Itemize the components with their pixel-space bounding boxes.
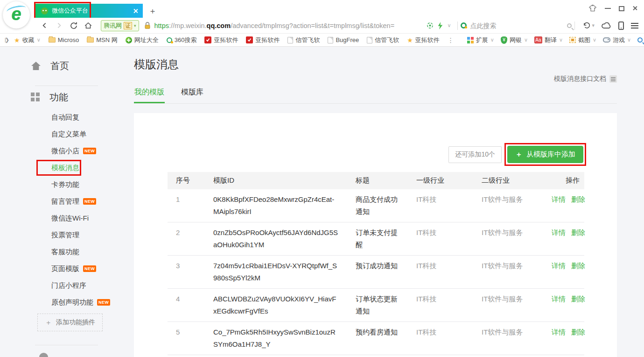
bookmark-yatuo-star[interactable]: ★ 亚拓软件 <box>407 36 440 44</box>
games-menu[interactable]: 游戏 ∨ <box>603 36 631 44</box>
detail-link[interactable]: 详情 <box>552 195 566 203</box>
minimize-button[interactable] <box>605 8 611 9</box>
bookmark-nav-site[interactable]: 网址大全 <box>126 36 159 44</box>
omnibox-search[interactable] <box>461 22 572 29</box>
row-title: 订单未支付提醒 <box>347 222 408 256</box>
sidebar-item-auto-reply[interactable]: 自动回复 <box>0 109 133 126</box>
row-industry1: IT科技 <box>408 222 473 256</box>
bookmark-xinguanfei-2[interactable]: 信管飞软 <box>367 36 399 44</box>
browser-logo[interactable]: e <box>3 1 30 29</box>
star-icon: ★ <box>407 37 413 43</box>
table-row: 2 0znZb5OsPRoOkAyctf56JAYd6NdJG5SaOHuk0G… <box>168 222 584 256</box>
refresh-button[interactable] <box>66 21 81 30</box>
translate-menu[interactable]: Aa 翻译 ∨ <box>534 36 563 44</box>
ebank-menu[interactable]: ¥ 网银 ∨ <box>501 36 528 44</box>
login-manager-menu[interactable]: 登录管家 <box>637 36 644 44</box>
sidebar-item-template-message[interactable]: 模板消息 <box>0 159 133 176</box>
row-industry1: IT科技 <box>408 322 473 355</box>
sidebar-item-home[interactable]: 首页 <box>31 59 133 73</box>
sidebar-expand-icon[interactable]: |❯ <box>5 37 8 43</box>
sidebar-item-comment-manage[interactable]: 留言管理NEW <box>0 193 133 210</box>
theme-skin-icon[interactable] <box>588 5 597 12</box>
search-input[interactable] <box>470 22 564 29</box>
favorites-menu[interactable]: ★ 收藏 ∨ <box>14 36 41 44</box>
sidebar-item-label: 微信连Wi-Fi <box>51 214 89 223</box>
add-from-library-button[interactable]: ＋ 从模版库中添加 <box>507 146 583 163</box>
menu-button[interactable] <box>631 23 638 29</box>
bookmark-folder-microso[interactable]: Microso <box>49 36 79 43</box>
window-close-button[interactable] <box>632 6 638 12</box>
tab-my-templates[interactable]: 我的模版 <box>134 87 165 103</box>
detail-link[interactable]: 详情 <box>552 228 566 236</box>
tab-close-icon[interactable] <box>133 8 138 14</box>
url-text[interactable]: https://mp.weixin.qq.com/advanced/tmplms… <box>154 22 425 29</box>
bookmark-label: BugFree <box>336 36 359 43</box>
detail-link[interactable]: 详情 <box>552 295 566 303</box>
search-magnifier-icon[interactable] <box>567 23 572 28</box>
gamepad-icon <box>603 37 610 43</box>
delete-link[interactable]: 删除 <box>571 228 585 236</box>
sidebar-item-wifi[interactable]: 微信连Wi-Fi <box>0 210 133 227</box>
sidebar-item-label: 门店小程序 <box>51 281 86 290</box>
toolbar-item-label: 游戏 <box>613 36 625 44</box>
bookmark-bugfree[interactable]: BugFree <box>328 36 359 43</box>
badge-chevron-icon[interactable]: ▾ <box>134 23 136 28</box>
col-header-no: 序号 <box>168 172 205 189</box>
sidebar-item-custom-menu[interactable]: 自定义菜单 <box>0 126 133 143</box>
row-industry2: IT软件与服务 <box>473 189 538 222</box>
add-plugin-button[interactable]: ＋ 添加功能插件 <box>37 314 103 331</box>
favorites-star-icon: ★ <box>14 37 20 43</box>
screenshot-menu[interactable]: 截图 ∨ <box>569 36 596 44</box>
sidebar-item-store-miniprogram[interactable]: 门店小程序 <box>0 277 133 294</box>
sidebar-item-vote-manage[interactable]: 投票管理 <box>0 227 133 243</box>
sidebar-item-label: 页面模版 <box>51 264 79 273</box>
maximize-button[interactable] <box>619 6 624 11</box>
sidebar-item-wechat-store[interactable]: 微信小店NEW <box>0 143 133 159</box>
browser-tab-wechat-mp[interactable]: 微信公众平台 <box>35 4 143 18</box>
site-identity-badge[interactable]: 腾讯网 证 ▾ <box>101 20 139 31</box>
shutter-extension-icon[interactable] <box>427 22 434 29</box>
detail-link[interactable]: 详情 <box>552 328 566 336</box>
url-path: /advanced/tmplmsg?action=list&t=tmplmsg/… <box>231 22 394 29</box>
sidebar-item-card-coupon[interactable]: 卡券功能 <box>0 176 133 193</box>
history-undo-button[interactable]: ▾ <box>582 21 595 29</box>
delete-link[interactable]: 删除 <box>571 328 585 336</box>
bookmark-yatuo-1[interactable]: 亚拓软件 <box>204 36 238 44</box>
bookmark-folder-msn[interactable]: MSN 网 <box>87 36 118 44</box>
sidebar-item-page-template[interactable]: 页面模版NEW <box>0 260 133 277</box>
sidebar-item-original-statement[interactable]: 原创声明功能NEW <box>0 294 133 311</box>
col-header-actions: 操作 <box>538 172 584 189</box>
sidebar-item-label: 微信小店 <box>51 147 79 156</box>
red-app-icon <box>246 36 253 43</box>
delete-link[interactable]: 删除 <box>571 262 585 270</box>
sidebar-section-features[interactable]: 功能 <box>31 90 133 104</box>
detail-link[interactable]: 详情 <box>552 262 566 270</box>
sidebar-item-label: 原创声明功能 <box>51 298 93 307</box>
delete-link[interactable]: 删除 <box>571 195 585 203</box>
tab-template-library[interactable]: 模版库 <box>181 87 204 103</box>
bookmark-xinguanfei-1[interactable]: 信管飞软 <box>287 36 320 44</box>
delete-link[interactable]: 删除 <box>571 295 585 303</box>
sidebar-item-customer-service[interactable]: 客服功能 <box>0 243 133 260</box>
back-button[interactable] <box>37 21 52 29</box>
cloud-sync-icon[interactable] <box>602 22 611 29</box>
extensions-menu[interactable]: 扩展 ∨ <box>467 36 494 44</box>
sidebar-item-label: 自定义菜单 <box>51 130 86 139</box>
toolbar-item-label: 截图 <box>578 36 590 44</box>
row-template-id: 7z04m5v1cRbai1EHDsV-XYRQtpfWf_S980sSp5Yl… <box>205 256 347 289</box>
window-controls <box>588 5 638 12</box>
bookmarks-overflow-icon[interactable]: ⋮ <box>448 36 454 44</box>
url-subdomain: ://mp.weixin. <box>169 22 207 29</box>
bookmark-yatuo-2[interactable]: 亚拓软件 <box>246 36 280 44</box>
chevron-down-icon: ∨ <box>524 37 528 43</box>
sidebar-item-label: 卡券功能 <box>51 180 79 189</box>
new-tab-button[interactable]: ＋ <box>147 4 159 18</box>
mobile-connect-icon[interactable] <box>618 21 624 30</box>
bookmark-360-search[interactable]: 360搜索 <box>167 36 197 44</box>
home-button[interactable] <box>81 21 95 30</box>
api-doc-link[interactable]: 模版消息接口文档 <box>554 75 617 83</box>
url-dropdown-chevron-icon[interactable]: ∨ <box>447 22 451 29</box>
lightning-speed-icon[interactable] <box>437 22 443 29</box>
forward-button[interactable] <box>52 21 66 29</box>
history-chevron-icon[interactable]: ▾ <box>592 22 595 29</box>
